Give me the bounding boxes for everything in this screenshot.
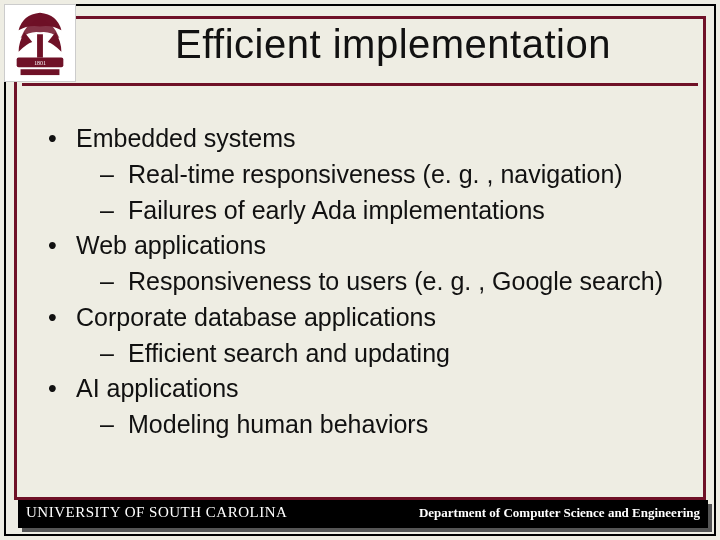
list-item: Corporate database applications [48, 301, 690, 335]
list-item: Failures of early Ada implementations [48, 194, 690, 228]
bullet-text: Failures of early Ada implementations [128, 196, 545, 224]
svg-rect-1 [37, 34, 43, 57]
bullet-text: Modeling human behaviors [128, 410, 428, 438]
list-item: Web applications [48, 229, 690, 263]
list-item: Responsiveness to users (e. g. , Google … [48, 265, 690, 299]
list-item: Embedded systems [48, 122, 690, 156]
list-item: Modeling human behaviors [48, 408, 690, 442]
bullet-text: Web applications [76, 231, 266, 259]
bullet-text: Responsiveness to users (e. g. , Google … [128, 267, 663, 295]
slide-title: Efficient implementation [90, 22, 696, 67]
footer-bar: UNIVERSITY OF SOUTH CAROLINA Department … [18, 500, 708, 528]
bullet-text: AI applications [76, 374, 239, 402]
bullet-text: Real-time responsiveness (e. g. , naviga… [128, 160, 623, 188]
svg-rect-3 [21, 69, 60, 75]
list-item: Efficient search and updating [48, 337, 690, 371]
footer-department: Department of Computer Science and Engin… [419, 505, 700, 521]
bullet-text: Corporate database applications [76, 303, 436, 331]
palmetto-tree-icon: 1801 [5, 5, 75, 81]
bullet-text: Efficient search and updating [128, 339, 450, 367]
svg-text:1801: 1801 [34, 60, 46, 66]
title-area: Efficient implementation [90, 22, 696, 67]
footer-university: UNIVERSITY OF SOUTH CAROLINA [26, 504, 287, 521]
slide-content: Embedded systems Real-time responsivenes… [48, 122, 690, 444]
bullet-text: Embedded systems [76, 124, 296, 152]
university-logo: 1801 [4, 4, 76, 82]
title-underline [22, 83, 698, 86]
list-item: Real-time responsiveness (e. g. , naviga… [48, 158, 690, 192]
list-item: AI applications [48, 372, 690, 406]
